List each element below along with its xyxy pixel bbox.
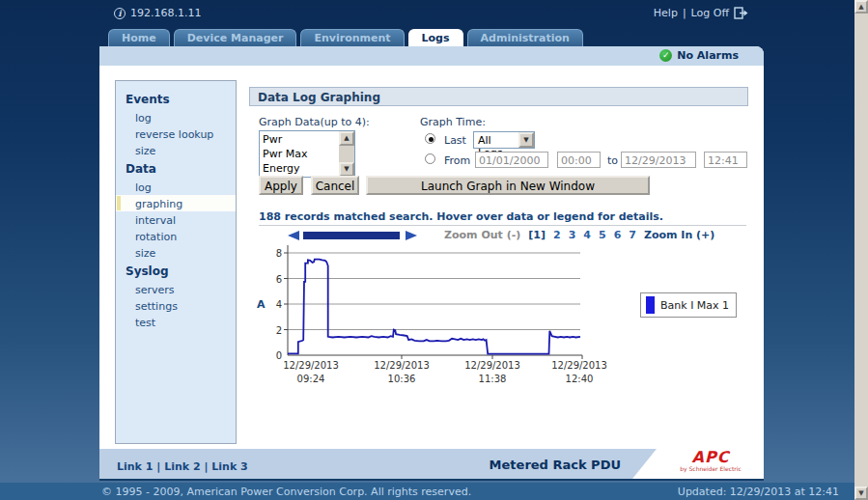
sidebar-section-events: Events [116,89,236,109]
apc-logo: APC [658,449,764,465]
listbox-option-energy[interactable]: Energy [263,161,339,176]
footer-separator: | [204,460,208,473]
chart-line[interactable] [288,260,580,354]
y-axis-title: A [257,298,266,311]
tab-home[interactable]: Home [108,29,170,46]
alarm-status-text: No Alarms [677,49,739,62]
y-label-2: 2 [276,325,282,336]
footer-link-3[interactable]: Link 3 [211,460,247,473]
info-icon: i [114,8,126,19]
from-date-field[interactable]: 01/01/2000 [475,152,548,168]
x-label-4-date: 12/29/2013 [551,360,607,371]
tab-logs[interactable]: Logs [408,29,463,46]
x-label-4-time: 12:40 [566,374,594,384]
footer-link-1[interactable]: Link 1 [117,460,153,473]
sidebar-item-data-log[interactable]: log [116,179,236,195]
sidebar: Events log reverse lookup size Data log … [115,80,237,444]
from-label: From [444,154,470,167]
sidebar-item-test[interactable]: test [116,314,236,330]
from-time-field[interactable]: 00:00 [557,152,601,168]
sidebar-item-reverse-lookup[interactable]: reverse lookup [116,125,236,142]
tab-administration[interactable]: Administration [467,29,583,46]
chart-svg[interactable]: 0 2 4 6 8 A 12/29/2013 09:24 12/29/2013 … [249,237,616,390]
top-bar: i 192.168.1.11 Help | Log Off [0,0,854,27]
top-links: Help | Log Off [654,7,748,19]
y-label-6: 6 [276,274,282,285]
listbox-option-pwr[interactable]: Pwr [263,132,339,147]
graph-data-listbox[interactable]: Pwr Pwr Max Energy ▲ ▼ [259,130,355,178]
data-log-chart: 0 2 4 6 8 A 12/29/2013 09:24 12/29/2013 … [249,237,748,402]
tab-device-manager[interactable]: Device Manager [174,29,297,46]
sidebar-item-events-log[interactable]: log [116,109,236,125]
listbox-option-pwr-max[interactable]: Pwr Max [263,147,339,161]
records-message: 188 records matched search. Hover over d… [259,210,663,223]
x-label-1-time: 09:24 [297,374,325,384]
apply-button[interactable]: Apply [259,176,303,195]
x-label-3-date: 12/29/2013 [464,360,520,371]
apc-logo-panel: APC by Schneider Electric [632,449,764,479]
legend-label: Bank I Max 1 [660,299,729,312]
records-divider [259,225,746,226]
scroll-down-icon[interactable]: ▼ [854,486,868,500]
app-window: i 192.168.1.11 Help | Log Off Home Devic… [0,0,868,500]
tab-environment[interactable]: Environment [300,29,404,46]
select-dropdown-icon[interactable]: ▼ [518,132,534,148]
x-label-2-time: 10:36 [388,374,416,384]
to-time-field[interactable]: 12:41 [704,152,747,168]
page-scrollbar[interactable]: ▲ ▼ [854,0,868,500]
to-date-field[interactable]: 12/29/2013 [621,152,696,168]
sidebar-item-data-size[interactable]: size [116,244,236,261]
y-label-4: 4 [276,299,282,310]
graph-data-options: Pwr Pwr Max Energy [260,131,339,177]
x-label-2-date: 12/29/2013 [374,360,430,371]
x-label-1-date: 12/29/2013 [283,360,339,371]
footer-separator: | [156,460,160,473]
legend-swatch [646,296,655,314]
device-ip-wrap: i 192.168.1.11 [114,7,201,19]
last-label: Last [444,134,466,147]
updated-text: Updated: 12/29/2013 at 12:41 [678,486,839,500]
log-off-icon[interactable] [734,7,748,19]
listbox-scroll-down-icon[interactable]: ▼ [339,162,354,177]
help-link[interactable]: Help [654,7,678,19]
graph-time-label: Graph Time: [420,116,486,128]
sidebar-item-servers[interactable]: servers [116,281,236,297]
nav-tabs: Home Device Manager Environment Logs Adm… [108,29,583,46]
footer-link-2[interactable]: Link 2 [164,460,200,473]
from-radio[interactable] [425,153,435,164]
sidebar-section-syslog: Syslog [116,261,236,281]
x-label-3-time: 11:38 [479,374,507,384]
status-bar: ✓ No Alarms [99,46,764,66]
apc-logo-subtext: by Schneider Electric [658,465,764,472]
log-off-link[interactable]: Log Off [691,7,729,19]
chart-legend[interactable]: Bank I Max 1 [640,292,737,318]
sidebar-item-interval[interactable]: interval [116,211,236,228]
sidebar-item-rotation[interactable]: rotation [116,228,236,244]
footer-links: Link 1 | Link 2 | Link 3 [117,460,248,473]
y-label-8: 8 [276,248,282,259]
page-title: Data Log Graphing [249,87,748,106]
cancel-button[interactable]: Cancel [311,176,359,195]
last-radio[interactable] [425,133,435,144]
no-alarms-check-icon: ✓ [659,49,672,62]
sidebar-item-settings[interactable]: settings [116,297,236,314]
graph-data-label: Graph Data(up to 4): [259,116,370,128]
launch-graph-button[interactable]: Launch Graph in New Window [366,176,650,195]
content-panel: ✓ No Alarms Events log reverse lookup si… [99,46,764,481]
copyright-text: © 1995 - 2009, American Power Conversion… [101,486,471,500]
last-range-value: All Logs [474,132,518,148]
footer-bar: Link 1 | Link 2 | Link 3 Metered Rack PD… [99,449,764,479]
scroll-up-icon[interactable]: ▲ [854,0,868,14]
last-range-select[interactable]: All Logs ▼ [473,131,535,149]
sidebar-item-events-size[interactable]: size [116,142,236,158]
copyright-bar: © 1995 - 2009, American Power Conversion… [0,483,854,500]
listbox-scroll-up-icon[interactable]: ▲ [339,131,354,146]
alarm-status: ✓ No Alarms [659,49,739,62]
sidebar-section-data: Data [116,158,236,179]
sidebar-item-graphing[interactable]: graphing [116,195,236,211]
product-name: Metered Rack PDU [490,458,621,472]
listbox-scrollbar[interactable]: ▲ ▼ [339,131,354,177]
main-content: Data Log Graphing Graph Data(up to 4): P… [249,87,748,436]
top-links-separator: | [683,7,686,19]
device-ip: 192.168.1.11 [130,7,201,19]
